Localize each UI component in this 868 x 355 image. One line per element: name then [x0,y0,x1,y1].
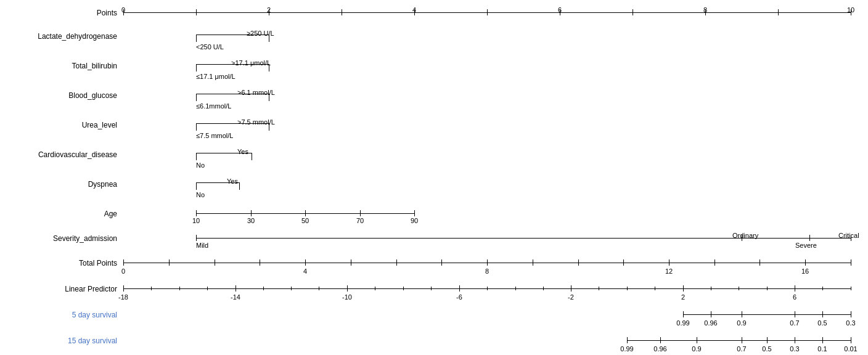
label-cardio: Cardiovascular_disease [0,148,123,159]
row-ldh: Lactate_dehydrogenase ≥250 U/L <250 U/L [0,30,868,57]
row-total-points: Total Points 0 4 8 12 [0,256,868,276]
row-glucose: Blood_glucose >6.1 mmol/L ≤6.1mmol/L [0,89,868,116]
label-glucose: Blood_glucose [0,89,123,100]
nomogram-chart: Points 0 2 4 6 8 [0,0,868,355]
label-urea: Urea_level [0,118,123,129]
row-linear-predictor: Linear Predictor -18 -14 -10 -6 -2 2 [0,282,868,302]
row-severity: Severity_admission Mild Ordinary Critica… [0,232,868,254]
label-points: Points [0,6,123,17]
row-urea: Urea_level >7.5 mmol/L ≤7.5 mmol/L [0,118,868,145]
label-linear-predictor: Linear Predictor [0,282,123,293]
row-cardio: Cardiovascular_disease Yes No [0,148,868,175]
row-survival-5: 5 day survival 0.99 0.96 0.9 0.7 0.5 0.3 [0,308,868,328]
row-survival-15: 15 day survival 0.99 0.96 0.9 0.7 0.5 0.… [0,334,868,354]
label-age: Age [0,207,123,218]
label-tbili: Total_bilirubin [0,59,123,70]
label-total-points: Total Points [0,256,123,267]
row-dyspnea: Dyspnea Yes No [0,178,868,205]
label-severity: Severity_admission [0,232,123,243]
label-ldh: Lactate_dehydrogenase [0,30,123,41]
label-dyspnea: Dyspnea [0,178,123,189]
label-survival-5: 5 day survival [0,308,123,319]
row-points: Points 0 2 4 6 8 [0,6,868,26]
row-age: Age 10 30 50 70 90 [0,207,868,229]
label-survival-15: 15 day survival [0,334,123,345]
row-tbili: Total_bilirubin >17.1 μmol/L ≤17.1 μmol/… [0,59,868,86]
